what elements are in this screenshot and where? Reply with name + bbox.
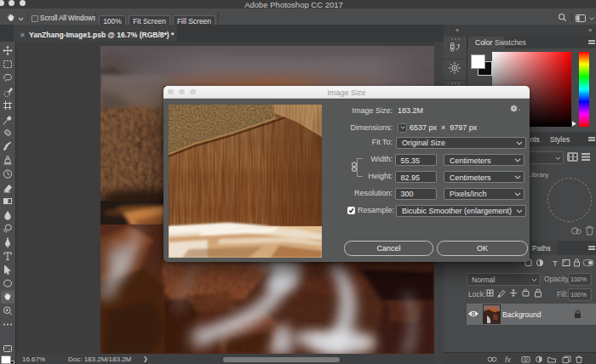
svg-text:T: T [553, 259, 558, 268]
svg-text:fx: fx [505, 355, 512, 363]
